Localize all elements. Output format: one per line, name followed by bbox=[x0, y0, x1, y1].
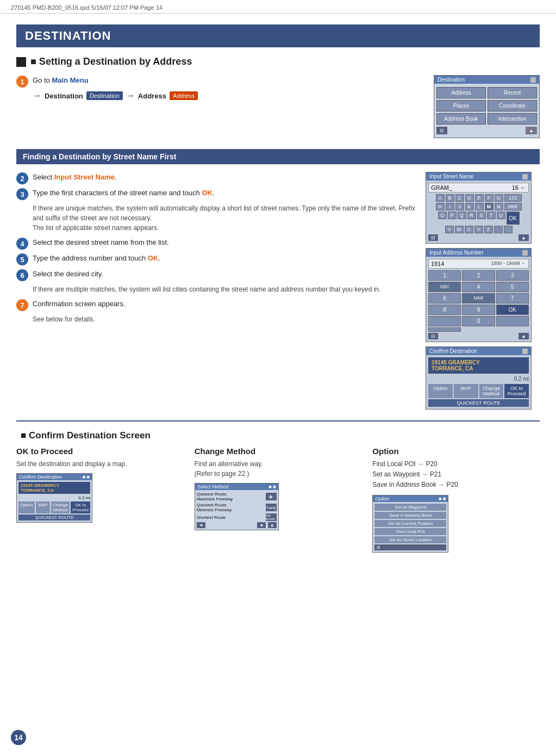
confirm-change-method-btn[interactable]: Change Method bbox=[479, 384, 504, 398]
dest-footer-right[interactable]: ▲ bbox=[526, 127, 537, 134]
option-home[interactable]: Set as Home Location bbox=[374, 536, 446, 543]
key-y[interactable]: Y bbox=[474, 226, 483, 233]
num-2[interactable]: 2 bbox=[462, 270, 495, 281]
addr-up-btn[interactable]: ▲ bbox=[518, 333, 529, 339]
kb-up-btn[interactable]: ▲ bbox=[518, 234, 529, 241]
num-3[interactable]: 3 bbox=[496, 270, 529, 281]
num-6[interactable]: 6 bbox=[428, 293, 461, 303]
key-t[interactable]: T bbox=[487, 212, 496, 219]
num-7[interactable]: 7 bbox=[496, 293, 529, 303]
key-i[interactable]: I bbox=[446, 203, 454, 210]
addr-back-btn[interactable]: ⊟ bbox=[428, 333, 438, 339]
num-1[interactable]: 1 bbox=[428, 270, 461, 281]
dest-btn-address-book[interactable]: Address Book bbox=[436, 113, 486, 125]
addr-range: 1800 - 19499 ← bbox=[491, 261, 526, 267]
num-mm[interactable]: MM/ bbox=[462, 293, 495, 303]
key-r[interactable]: R bbox=[467, 212, 476, 219]
key-e[interactable]: E bbox=[475, 194, 484, 202]
key-o[interactable]: O bbox=[438, 212, 447, 219]
key-s[interactable]: S bbox=[477, 212, 486, 219]
num-ok[interactable]: OK bbox=[496, 305, 529, 315]
key-u[interactable]: U bbox=[497, 212, 505, 219]
key-k[interactable]: K bbox=[465, 203, 474, 210]
street-input-value: GRAM_ bbox=[431, 184, 452, 191]
small-option-btn[interactable]: Option bbox=[18, 501, 35, 513]
method-up-btn[interactable]: ▲ bbox=[268, 522, 277, 528]
key-123[interactable]: 123 bbox=[504, 194, 522, 202]
method-item-1: Quickest Route,Maximize Freeway 🛣 bbox=[197, 492, 277, 501]
num-abc[interactable]: ABC bbox=[428, 282, 461, 292]
num-4[interactable]: 4 bbox=[462, 282, 495, 292]
key-a[interactable]: A bbox=[436, 194, 445, 202]
method-back-btn[interactable]: ◄ bbox=[197, 522, 205, 528]
option-back-btn[interactable]: ⊟ bbox=[374, 544, 446, 550]
kb-row-2: H I J K L M N MM/ bbox=[428, 203, 529, 210]
num-9[interactable]: 9 bbox=[462, 305, 495, 315]
section-divider bbox=[16, 420, 540, 422]
step4-text: Select the desired street name from the … bbox=[33, 237, 169, 248]
addr-num-title: Input Address Number bbox=[429, 250, 484, 256]
small-map-btn[interactable]: MAP bbox=[36, 501, 51, 513]
dest-footer-left[interactable]: ⊟ bbox=[436, 127, 447, 134]
key-q[interactable]: Q bbox=[458, 212, 466, 219]
key-b[interactable]: B bbox=[446, 194, 454, 202]
dest-btn-coordinate[interactable]: Coordinate bbox=[488, 100, 537, 111]
confirm-ok-proceed-btn[interactable]: OK to Proceed bbox=[504, 384, 529, 398]
key-w[interactable]: W bbox=[455, 226, 464, 233]
confirm-map-btn[interactable]: MAP bbox=[454, 384, 478, 398]
dest-btn-intersection[interactable]: Intersection bbox=[488, 113, 537, 125]
option-local-poi[interactable]: Find Local POI bbox=[374, 528, 446, 535]
option-waypoint[interactable]: Set as Waypoint bbox=[374, 504, 446, 511]
kb-row-1: A B C D E F G 123 bbox=[428, 194, 529, 202]
option-addr-book[interactable]: Save in Address Book bbox=[374, 512, 446, 519]
dest-btn-places[interactable]: Places bbox=[436, 100, 486, 111]
confirm-columns: OK to Proceed Set the destination and di… bbox=[16, 447, 540, 553]
kb-back-btn[interactable]: ⊟ bbox=[428, 234, 438, 241]
ok-to-proceed-text: Set the destination and display a map. bbox=[16, 459, 184, 469]
num-0[interactable]: 0 bbox=[462, 316, 495, 326]
addr-num-input[interactable]: 1914 1800 - 19499 ← bbox=[428, 259, 529, 269]
num-5[interactable]: 5 bbox=[496, 282, 529, 292]
small-proceed-btn[interactable]: OK to Proceed bbox=[71, 501, 90, 513]
key-c[interactable]: C bbox=[455, 194, 464, 202]
dest-btn-address[interactable]: Address bbox=[436, 87, 486, 98]
method-prev-btn[interactable]: ◄ bbox=[257, 522, 266, 528]
small-option-screenshot: Option ■ ■ Set as Waypoint Save in Addre… bbox=[372, 495, 448, 553]
dest-menu-body: Address Recent Places Coordinate Address… bbox=[434, 84, 539, 138]
step5-circle: 5 bbox=[16, 253, 28, 265]
key-v[interactable]: V bbox=[445, 226, 454, 233]
main-content: DESTINATION ■ Setting a Destination by A… bbox=[0, 14, 556, 563]
change-method-title: Change Method bbox=[195, 447, 362, 456]
num-8[interactable]: 8 bbox=[428, 305, 461, 315]
option-current-pos[interactable]: Set as Current Position bbox=[374, 520, 446, 527]
step5-text: Type the address number and touch OK. bbox=[33, 253, 160, 264]
step3-text: Type the first characters of the street … bbox=[33, 188, 215, 199]
key-blank2 bbox=[504, 226, 513, 233]
street-input-field[interactable]: GRAM_ 16 ← bbox=[428, 183, 529, 193]
key-j[interactable]: J bbox=[455, 203, 464, 210]
dest-menu-grid: Address Recent Places Coordinate Address… bbox=[436, 87, 537, 125]
key-mm[interactable]: MM/ bbox=[504, 203, 522, 210]
small-route-label: QUICKEST ROUTE bbox=[18, 515, 90, 520]
black-square-icon bbox=[16, 57, 26, 67]
confirm-option-btn[interactable]: Option bbox=[428, 384, 453, 398]
key-h[interactable]: H bbox=[436, 203, 445, 210]
key-d[interactable]: D bbox=[465, 194, 474, 202]
step2-circle: 2 bbox=[16, 172, 28, 184]
keyboard-screen: GRAM_ 16 ← A B C D E F G 123 H bbox=[426, 181, 531, 243]
street-name-title-bar: Input Street Name bbox=[426, 172, 531, 181]
key-l[interactable]: L bbox=[475, 203, 484, 210]
key-ok[interactable]: OK bbox=[507, 212, 520, 225]
addr-footer: ⊟ ▲ bbox=[428, 333, 529, 339]
key-n[interactable]: N bbox=[495, 203, 503, 210]
key-f[interactable]: F bbox=[485, 194, 493, 202]
key-g[interactable]: G bbox=[495, 194, 503, 202]
key-p[interactable]: P bbox=[448, 212, 457, 219]
method-icon-3: Toll Roads bbox=[266, 513, 277, 521]
dest-btn-recent[interactable]: Recent bbox=[488, 87, 537, 98]
key-z[interactable]: Z bbox=[484, 226, 493, 233]
step7-circle: 7 bbox=[16, 299, 28, 311]
key-x[interactable]: X bbox=[465, 226, 473, 233]
small-change-btn[interactable]: Change Method bbox=[51, 501, 70, 513]
key-m[interactable]: M bbox=[485, 203, 493, 210]
